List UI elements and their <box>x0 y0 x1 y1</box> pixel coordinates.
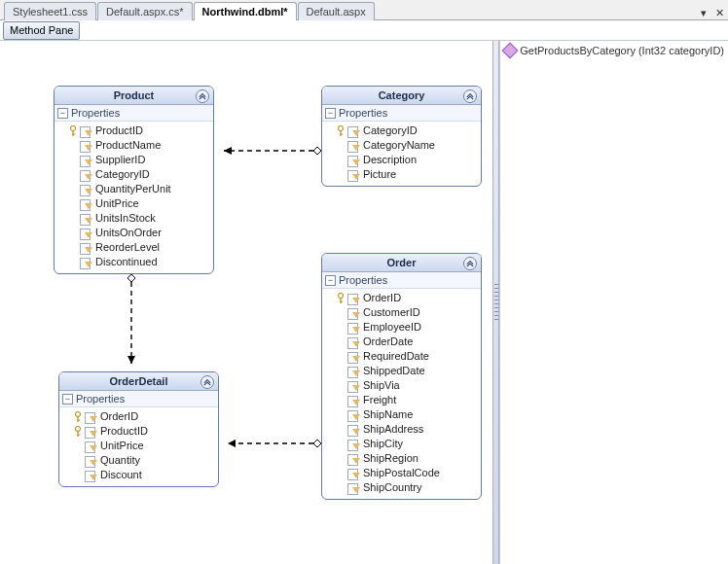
svg-point-9 <box>75 411 80 416</box>
property-row[interactable]: ProductID <box>73 424 215 439</box>
tab-stylesheet[interactable]: Stylesheet1.css <box>4 2 96 20</box>
property-name: ShipVia <box>363 378 400 393</box>
property-icon <box>80 258 92 267</box>
svg-rect-16 <box>340 298 341 303</box>
svg-rect-17 <box>340 300 343 301</box>
tab-default-aspx[interactable]: Default.aspx <box>298 2 375 20</box>
property-row[interactable]: UnitPrice <box>68 196 210 211</box>
key-icon <box>68 125 77 137</box>
property-row[interactable]: UnitsOnOrder <box>68 226 210 240</box>
svg-rect-14 <box>77 434 80 435</box>
collapse-icon[interactable] <box>463 89 477 103</box>
property-row[interactable]: ShipAddress <box>336 422 478 437</box>
method-pane: GetProductsByCategory (Int32 categoryID) <box>499 41 728 564</box>
property-icon <box>85 412 97 422</box>
property-name: CategoryID <box>95 167 150 182</box>
main-area: Product − Properties ProductID ProductNa… <box>0 41 728 564</box>
collapse-icon[interactable] <box>196 89 209 103</box>
designer-toolbar: Method Pane <box>0 20 728 41</box>
entity-category[interactable]: Category − Properties CategoryID Categor… <box>321 86 482 187</box>
property-icon <box>347 367 360 376</box>
property-name: CustomerID <box>363 305 420 320</box>
property-row[interactable]: ShipCity <box>336 437 478 451</box>
entity-title: Category <box>322 87 481 105</box>
tab-northwind-dbml[interactable]: Northwind.dbml* <box>194 2 297 20</box>
property-name: OrderID <box>363 291 401 305</box>
method-item[interactable]: GetProductsByCategory (Int32 categoryID) <box>504 45 724 56</box>
key-icon <box>73 411 82 423</box>
property-row[interactable]: Discount <box>73 468 215 482</box>
property-row[interactable]: OrderID <box>336 291 478 305</box>
entity-product[interactable]: Product − Properties ProductID ProductNa… <box>54 86 214 274</box>
relation-category-product[interactable] <box>224 147 321 155</box>
method-icon <box>502 43 519 59</box>
property-name: UnitPrice <box>95 196 139 211</box>
property-name: RequiredDate <box>363 349 429 364</box>
property-row[interactable]: Freight <box>336 393 478 407</box>
property-list: OrderID CustomerID EmployeeID OrderDate … <box>322 289 481 499</box>
property-row[interactable]: Description <box>336 153 478 167</box>
relation-product-orderdetail[interactable] <box>127 274 135 364</box>
tab-default-cs[interactable]: Default.aspx.cs* <box>97 2 192 20</box>
property-row[interactable]: ShipName <box>336 407 478 422</box>
property-row[interactable]: UnitPrice <box>73 439 215 453</box>
property-icon <box>347 483 360 493</box>
property-row[interactable]: RequiredDate <box>336 349 478 364</box>
property-icon <box>347 170 360 180</box>
properties-section[interactable]: − Properties <box>59 391 218 407</box>
property-row[interactable]: EmployeeID <box>336 320 478 335</box>
property-name: QuantityPerUnit <box>95 182 171 196</box>
key-icon <box>336 293 345 304</box>
property-name: ShipCountry <box>363 480 422 495</box>
property-row[interactable]: CustomerID <box>336 305 478 320</box>
property-row[interactable]: ReorderLevel <box>68 240 210 255</box>
property-icon <box>347 323 360 333</box>
collapse-icon[interactable] <box>200 375 214 389</box>
property-row[interactable]: ProductID <box>68 123 210 138</box>
vertical-splitter[interactable] <box>492 41 500 564</box>
property-name: UnitPrice <box>100 439 144 453</box>
property-row[interactable]: OrderID <box>73 409 215 424</box>
property-icon <box>85 441 97 451</box>
orm-designer-canvas[interactable]: Product − Properties ProductID ProductNa… <box>0 41 492 564</box>
properties-section[interactable]: − Properties <box>55 105 213 122</box>
properties-section[interactable]: − Properties <box>322 105 481 122</box>
property-row[interactable]: Quantity <box>73 453 215 468</box>
property-icon <box>85 456 97 466</box>
close-document-icon[interactable]: ✕ <box>712 6 726 19</box>
property-icon <box>80 199 92 209</box>
entity-orderdetail[interactable]: OrderDetail − Properties OrderID Product… <box>58 371 219 487</box>
window-menu-icon[interactable]: ▾ <box>697 6 710 19</box>
property-icon <box>347 396 360 405</box>
property-row[interactable]: QuantityPerUnit <box>68 182 210 196</box>
method-pane-button[interactable]: Method Pane <box>3 21 80 40</box>
entity-order[interactable]: Order − Properties OrderID CustomerID Em… <box>321 253 482 500</box>
relation-order-orderdetail[interactable] <box>228 440 321 447</box>
svg-point-6 <box>338 125 343 130</box>
property-row[interactable]: ShipPostalCode <box>336 466 478 480</box>
property-icon <box>347 454 360 464</box>
property-row[interactable]: Picture <box>336 167 478 182</box>
property-row[interactable]: ShippedDate <box>336 364 478 378</box>
property-row[interactable]: SupplierID <box>68 153 210 167</box>
property-row[interactable]: CategoryID <box>68 167 210 182</box>
property-row[interactable]: ProductName <box>68 138 210 153</box>
collapse-icon[interactable] <box>463 257 477 270</box>
property-name: Description <box>363 153 417 167</box>
property-row[interactable]: UnitsInStock <box>68 211 210 226</box>
property-row[interactable]: ShipVia <box>336 378 478 393</box>
section-label: Properties <box>71 107 120 119</box>
property-row[interactable]: OrderDate <box>336 335 478 349</box>
property-row[interactable]: ShipRegion <box>336 451 478 466</box>
property-row[interactable]: Discontinued <box>68 255 210 269</box>
entity-title-text: Category <box>379 89 425 101</box>
property-icon <box>347 294 360 303</box>
property-list: ProductID ProductName SupplierID Categor… <box>55 122 213 273</box>
property-name: Discount <box>100 468 142 482</box>
property-row[interactable]: CategoryID <box>336 123 478 138</box>
property-row[interactable]: ShipCountry <box>336 480 478 495</box>
svg-rect-5 <box>72 133 75 134</box>
properties-section[interactable]: − Properties <box>322 272 481 289</box>
property-row[interactable]: CategoryName <box>336 138 478 153</box>
entity-title-text: Product <box>114 89 155 101</box>
